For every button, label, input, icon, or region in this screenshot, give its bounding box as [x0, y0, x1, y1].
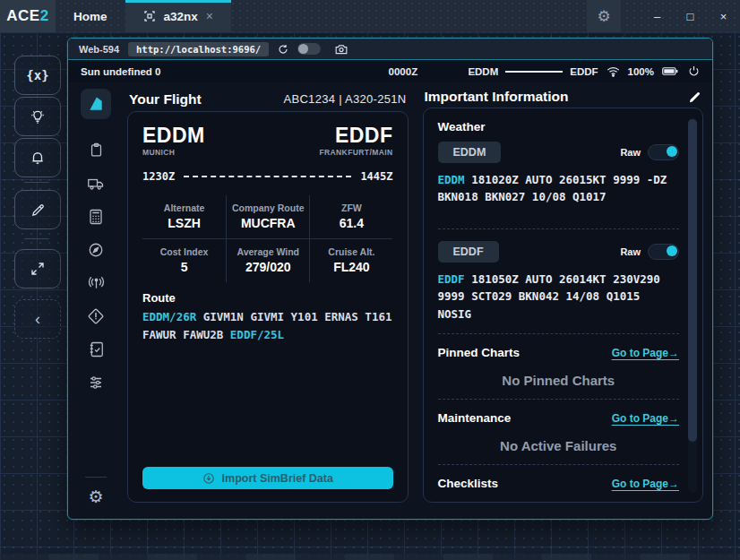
tab-close-icon[interactable]: ×: [206, 9, 213, 23]
pencil-icon: [30, 202, 46, 218]
import-simbrief-button[interactable]: Import SimBrief Data: [142, 467, 393, 489]
scrollbar-track[interactable]: [688, 117, 697, 493]
toggle-knob: [298, 44, 308, 54]
nav-atc[interactable]: [68, 266, 124, 299]
refresh-icon[interactable]: [278, 44, 288, 55]
url-input[interactable]: http://localhost:9696/: [128, 42, 269, 56]
raw-toggle-eddm[interactable]: [648, 144, 679, 160]
antenna-icon: [88, 275, 105, 290]
flight-details-grid: AlternateLSZH Company RouteMUCFRA ZFW61.…: [142, 195, 393, 282]
no-pinned-charts-text: No Pinned Charts: [438, 373, 680, 388]
no-active-failures-text: No Active Failures: [438, 438, 680, 453]
tab-a32nx[interactable]: a32nx ×: [125, 0, 231, 32]
app-window: Web-594 http://localhost:9696/ Sun undef…: [67, 38, 713, 520]
warning-diamond-icon: [88, 308, 104, 324]
important-info-title: Important Information: [425, 89, 569, 105]
your-flight-panel: Your Flight ABC1234 | A320-251N EDDM MUN…: [127, 87, 409, 503]
variables-tool-button[interactable]: {x}: [14, 56, 61, 95]
statusbar-clock: 0000Z: [389, 66, 418, 77]
edit-tool-button[interactable]: [14, 190, 61, 229]
sliders-icon: [88, 375, 104, 391]
metar-eddm: EDDM 181020Z AUTO 26015KT 9999 -DZ BKN01…: [438, 171, 680, 218]
tab-home[interactable]: Home: [56, 0, 125, 32]
toolbar-divider: [24, 238, 49, 239]
braces-icon: {x}: [26, 68, 48, 82]
flight-number-aircraft: ABC1234 | A320-251N: [283, 92, 406, 106]
download-icon: [202, 472, 215, 485]
nav-dispatch[interactable]: [68, 134, 124, 167]
pinned-charts-label: Pinned Charts: [438, 346, 521, 359]
route-label: Route: [142, 291, 393, 305]
maintenance-label: Maintenance: [438, 411, 512, 425]
detail-cost-index: Cost Index5: [142, 238, 226, 282]
taskbar-sliver: [0, 554, 740, 560]
metar-eddf: EDDF 181050Z AUTO 26014KT 230V290 9999 S…: [438, 271, 680, 323]
departure-time: 1230Z: [142, 170, 175, 183]
bell-icon: [30, 150, 46, 166]
window-maximize-button[interactable]: □: [674, 0, 707, 32]
nav-performance[interactable]: [68, 200, 124, 233]
statusbar-route: EDDM EDDF: [468, 66, 598, 77]
toolbar-divider: [24, 182, 49, 183]
edit-pencil-icon[interactable]: [688, 90, 701, 104]
browser-toggle[interactable]: [297, 43, 321, 55]
station-pill-eddf[interactable]: EDDF: [438, 241, 499, 263]
airline-tail-icon: [87, 95, 105, 113]
fullscreen-tool-button[interactable]: [14, 249, 61, 289]
section-divider: [438, 333, 680, 334]
lightbulb-icon: [30, 108, 46, 125]
nav-checklists[interactable]: [68, 332, 124, 366]
nav-failures[interactable]: [68, 299, 124, 332]
power-icon[interactable]: [688, 65, 700, 77]
weather-label: Weather: [438, 120, 680, 134]
efb-statusbar: Sun undefined 0 0000Z EDDM EDDF 100%: [68, 59, 712, 82]
section-divider: [438, 228, 680, 229]
nav-dashboard-active[interactable]: [81, 89, 111, 119]
truck-icon: [88, 177, 104, 191]
route-progress-line: [505, 71, 563, 73]
departure-airport: EDDM MUNICH: [142, 125, 205, 157]
chevron-left-icon: ‹: [35, 310, 40, 329]
detail-cruise-alt: Cruise Alt.FL240: [309, 238, 392, 282]
nav-navigation[interactable]: [68, 233, 124, 266]
titlebar: ACE2 Home a32nx × ⚙ – □ ×: [0, 0, 740, 32]
scrollbar-thumb[interactable]: [688, 119, 697, 442]
screenshot-camera-icon[interactable]: [335, 44, 348, 55]
important-info-panel: Important Information Weather EDDM Raw: [423, 87, 704, 503]
app-logo: ACE2: [0, 0, 56, 32]
maintenance-goto-link[interactable]: Go to Page→: [612, 412, 679, 425]
compass-icon: [88, 242, 104, 258]
settings-gear-icon[interactable]: ⚙: [587, 0, 621, 32]
efb-settings-gear-icon[interactable]: ⚙: [88, 487, 103, 507]
browser-bar: Web-594 http://localhost:9696/: [68, 39, 712, 59]
checklists-label: Checklists: [438, 477, 499, 490]
window-close-button[interactable]: ×: [707, 0, 740, 32]
calculator-icon: [89, 209, 103, 225]
your-flight-title: Your Flight: [129, 91, 202, 108]
flight-card: EDDM MUNICH EDDF FRANKFURT/MAIN 1230Z 14…: [127, 111, 409, 503]
collapse-toolbar-button[interactable]: ‹: [14, 299, 61, 339]
statusbar-date: Sun undefined 0: [81, 66, 160, 77]
session-label: Web-594: [79, 44, 119, 55]
battery-icon: [662, 66, 678, 76]
route-string: EDDM/26R GIVM1N GIVMI Y101 ERNAS T161 FA…: [142, 308, 393, 343]
nav-presets[interactable]: [68, 366, 124, 399]
detail-average-wind: Average Wind279/020: [226, 238, 309, 282]
ideas-tool-button[interactable]: [14, 97, 61, 136]
checklist-book-icon: [89, 341, 104, 358]
raw-label: Raw: [620, 147, 641, 158]
nav-ground[interactable]: [68, 167, 124, 200]
checklists-goto-link[interactable]: Go to Page→: [612, 478, 679, 490]
station-pill-eddm[interactable]: EDDM: [438, 142, 502, 163]
arrival-time: 1445Z: [360, 170, 392, 183]
arrival-airport: EDDF FRANKFURT/MAIN: [319, 125, 392, 157]
pinned-charts-goto-link[interactable]: Go to Page→: [612, 347, 679, 359]
addon-icon: [143, 10, 156, 22]
section-divider: [438, 399, 680, 400]
window-minimize-button[interactable]: –: [641, 0, 674, 32]
flight-path-line: [184, 176, 351, 177]
raw-label: Raw: [620, 246, 641, 257]
notifications-tool-button[interactable]: [14, 138, 61, 177]
wifi-icon: [607, 66, 620, 77]
raw-toggle-eddf[interactable]: [648, 244, 679, 260]
